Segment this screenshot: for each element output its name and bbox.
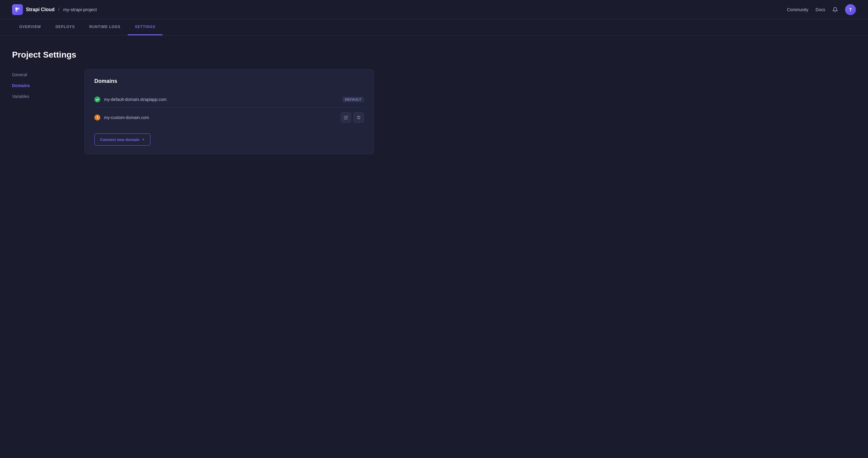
delete-domain-button[interactable] <box>353 112 364 123</box>
default-badge: DEFAULT <box>342 97 364 102</box>
connect-domain-label: Connect new domain <box>100 137 140 142</box>
domains-panel-title: Domains <box>94 78 364 85</box>
nav-tabs: OVERVIEW DEPLOYS RUNTIME LOGS SETTINGS <box>0 19 868 36</box>
domains-panel: Domains my-default-domain.strapiapp.com … <box>84 69 374 154</box>
strapi-logo-icon <box>12 4 23 15</box>
logo-wrapper: Strapi Cloud <box>12 4 55 15</box>
breadcrumb-separator: / <box>58 7 59 12</box>
tab-runtime-logs[interactable]: RUNTIME LOGS <box>82 19 128 35</box>
tab-deploys[interactable]: DEPLOYS <box>48 19 82 35</box>
content-layout: General Domains Variables Domains my-def… <box>12 69 410 154</box>
sidebar-item-variables[interactable]: Variables <box>12 91 72 102</box>
page-title: Project Settings <box>12 50 410 60</box>
notification-button[interactable] <box>832 7 838 12</box>
edit-domain-button[interactable] <box>341 112 351 123</box>
main-content: Project Settings General Domains Variabl… <box>0 36 422 169</box>
header: Strapi Cloud / my-strapi-project Communi… <box>0 0 868 19</box>
plus-icon: + <box>142 137 145 142</box>
project-name: my-strapi-project <box>63 7 97 12</box>
domain-row-custom: my-custom-domain.com <box>94 107 364 127</box>
sidebar-item-domains[interactable]: Domains <box>12 80 72 91</box>
header-left: Strapi Cloud / my-strapi-project <box>12 4 97 15</box>
logo-text: Strapi Cloud <box>26 7 55 12</box>
tab-settings[interactable]: SETTINGS <box>128 19 163 35</box>
domain-row-default: my-default-domain.strapiapp.com DEFAULT <box>94 92 364 107</box>
connect-new-domain-button[interactable]: Connect new domain + <box>94 133 150 145</box>
active-status-icon <box>94 96 100 102</box>
pending-status-icon <box>94 115 100 121</box>
sidebar-nav: General Domains Variables <box>12 69 72 154</box>
sidebar-item-general[interactable]: General <box>12 69 72 80</box>
docs-link[interactable]: Docs <box>815 7 825 12</box>
community-link[interactable]: Community <box>787 7 808 12</box>
tab-overview[interactable]: OVERVIEW <box>12 19 48 35</box>
svg-point-0 <box>94 96 100 102</box>
user-avatar[interactable]: T <box>845 4 856 15</box>
default-domain-name: my-default-domain.strapiapp.com <box>104 97 339 102</box>
custom-domain-name: my-custom-domain.com <box>104 115 341 120</box>
domain-actions <box>341 112 364 123</box>
header-right: Community Docs T <box>787 4 856 15</box>
